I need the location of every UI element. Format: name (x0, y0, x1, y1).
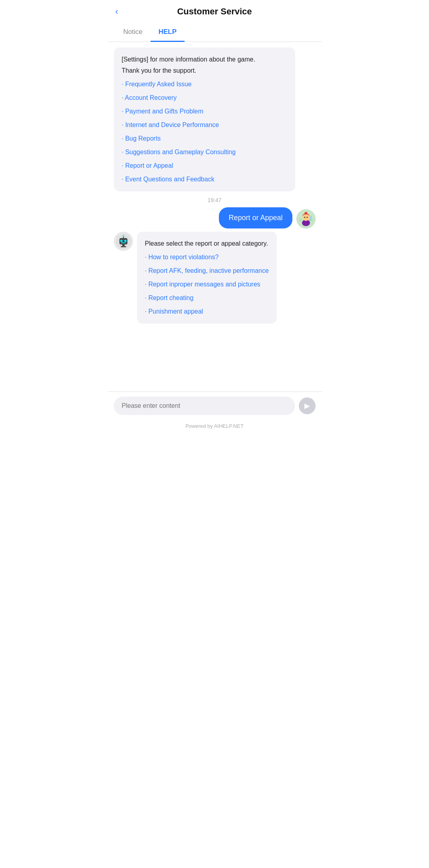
svg-point-9 (124, 240, 127, 242)
footer: Powered by AIHELP.NET (107, 420, 322, 434)
link-event-questions[interactable]: · Event Questions and Feedback (122, 175, 288, 184)
user-message-row: Report or Appeal (114, 207, 316, 228)
bot-second-intro: Please select the report or appeal categ… (145, 239, 269, 248)
svg-rect-10 (121, 242, 126, 243)
link-bug-reports[interactable]: · Bug Reports (122, 134, 288, 143)
link-account-recovery[interactable]: · Account Recovery (122, 93, 288, 103)
bot-avatar (114, 232, 133, 251)
second-bot-message-row: Please select the report or appeal categ… (114, 232, 316, 324)
svg-point-4 (306, 217, 308, 218)
second-bot-bubble: Please select the report or appeal categ… (137, 232, 277, 324)
page-title: Customer Service (177, 6, 252, 17)
user-avatar (296, 209, 316, 228)
bot-avatar-container (114, 232, 133, 251)
svg-point-3 (304, 217, 305, 218)
message-timestamp: 19:47 (114, 197, 316, 203)
send-button[interactable]: ▶ (299, 397, 316, 414)
link-suggestions[interactable]: · Suggestions and Gameplay Consulting (122, 147, 288, 157)
link-faq[interactable]: · Frequently Asked Issue (122, 79, 288, 89)
link-punishment-appeal[interactable]: · Punishment appeal (145, 307, 269, 316)
send-icon: ▶ (304, 401, 310, 410)
svg-rect-13 (122, 244, 125, 246)
bot-intro-line2: Thank you for the support. (122, 66, 288, 75)
chat-area: [Settings] for more information about th… (107, 42, 322, 391)
link-internet-device[interactable]: · Internet and Device Performance (122, 120, 288, 130)
footer-text: Powered by AIHELP.NET (185, 423, 244, 429)
back-button[interactable]: ‹ (115, 6, 118, 17)
header: ‹ Customer Service (107, 0, 322, 23)
link-report-or-appeal[interactable]: · Report or Appeal (122, 161, 288, 171)
tab-bar: Notice HELP (107, 23, 322, 42)
svg-point-8 (120, 240, 123, 242)
link-how-to-report[interactable]: · How to report violations? (145, 252, 269, 262)
link-report-messages[interactable]: · Report inproper messages and pictures (145, 280, 269, 289)
bot-intro-line1: [Settings] for more information about th… (122, 55, 288, 64)
tab-help[interactable]: HELP (151, 23, 185, 42)
user-avatar-image (296, 209, 316, 228)
user-bubble: Report or Appeal (219, 207, 292, 228)
link-report-afk[interactable]: · Report AFK, feeding, inactive performa… (145, 266, 269, 276)
link-payment[interactable]: · Payment and Gifts Problem (122, 107, 288, 116)
message-input[interactable] (114, 397, 295, 415)
first-bot-bubble: [Settings] for more information about th… (114, 48, 296, 191)
link-report-cheating[interactable]: · Report cheating (145, 293, 269, 303)
input-bar: ▶ (107, 391, 322, 420)
svg-point-12 (123, 235, 124, 237)
svg-rect-14 (121, 246, 126, 247)
tab-notice[interactable]: Notice (115, 23, 151, 42)
